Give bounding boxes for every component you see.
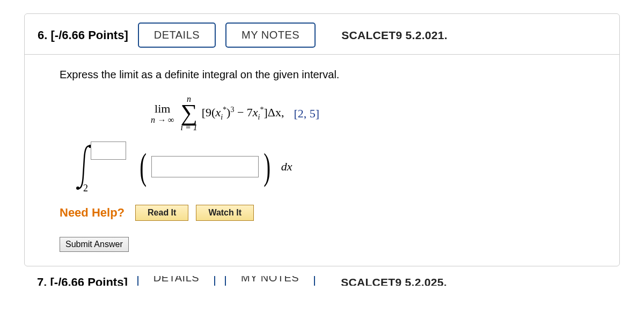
watch-it-button[interactable]: Watch It	[196, 205, 254, 221]
question-header: 6. [-/6.66 Points] DETAILS MY NOTES SCAL…	[25, 14, 619, 55]
source-reference: SCALCET9 5.2.021.	[341, 29, 448, 42]
submit-answer-button[interactable]: Submit Answer	[60, 237, 129, 252]
need-help-label: Need Help?	[60, 206, 125, 220]
dx-label: dx	[281, 160, 292, 174]
interval: [2, 5]	[294, 107, 319, 121]
summand: [9(xi*)3 − 7xi*]Δx,	[202, 106, 284, 122]
integrand-input[interactable]	[151, 156, 259, 177]
upper-limit-input[interactable]	[91, 142, 126, 160]
svg-point-1	[76, 187, 79, 190]
question-number: 7. [-/6.66 Points]	[37, 276, 128, 286]
details-button[interactable]: DETAILS	[138, 23, 216, 48]
my-notes-button[interactable]: MY NOTES	[225, 276, 315, 286]
details-button[interactable]: DETAILS	[137, 276, 215, 286]
limit-block: lim n → ∞	[151, 103, 174, 124]
lim-word: lim	[155, 103, 170, 115]
sigma-block: n ∑ i = 1	[180, 95, 197, 132]
source-reference: SCALCET9 5.2.025.	[341, 276, 447, 286]
read-it-button[interactable]: Read It	[135, 205, 188, 221]
sigma-bottom: i = 1	[180, 123, 197, 132]
help-row: Need Help? Read It Watch It	[60, 205, 584, 221]
question-prompt: Express the limit as a definite integral…	[60, 69, 584, 81]
question-body: Express the limit as a definite integral…	[25, 55, 619, 266]
next-question-header: 7. [-/6.66 Points] DETAILS MY NOTES SCAL…	[24, 276, 620, 286]
integral-symbol: 2	[76, 143, 97, 191]
sigma-symbol: ∑	[180, 103, 197, 122]
left-paren-icon: (	[140, 152, 147, 182]
integral-expression: 2 ( ) dx	[76, 143, 584, 191]
right-paren-icon: )	[264, 152, 271, 182]
question-number: 6. [-/6.66 Points]	[38, 28, 128, 42]
lim-under: n → ∞	[151, 116, 174, 124]
limit-expression: lim n → ∞ n ∑ i = 1 [9(xi*)3 − 7xi*]Δx, …	[151, 95, 584, 132]
question-container: 6. [-/6.66 Points] DETAILS MY NOTES SCAL…	[24, 13, 620, 266]
my-notes-button[interactable]: MY NOTES	[225, 23, 316, 48]
lower-limit: 2	[83, 183, 88, 194]
